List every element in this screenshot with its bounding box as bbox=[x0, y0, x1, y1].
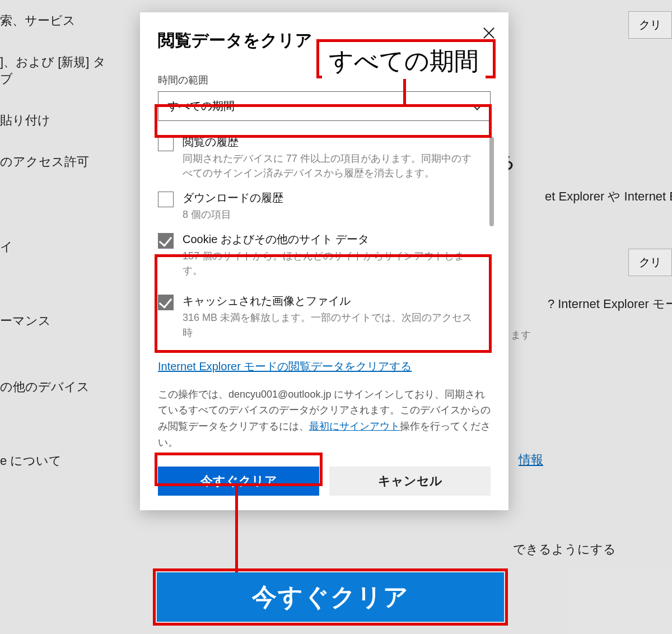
info-link[interactable]: 情報 bbox=[519, 451, 543, 468]
item-desc: 316 MB 未満を解放します。一部のサイトでは、次回のアクセス時 bbox=[183, 310, 480, 339]
bg-text: できるようにする bbox=[513, 541, 616, 558]
clear-ie-mode-link[interactable]: Internet Explorer モードの閲覧データをクリアする bbox=[158, 359, 412, 374]
settings-sidebar: 索、サービス ]、および [新規] タブ 貼り付け のアクセス許可 イ ーマンス… bbox=[0, 0, 123, 634]
list-item: キャッシュされた画像とファイル 316 MB 未満を解放します。一部のサイトでは… bbox=[158, 293, 491, 339]
sidebar-item[interactable]: イ bbox=[0, 226, 123, 268]
sign-out-first-link[interactable]: 最初にサインアウト bbox=[309, 421, 400, 432]
scrollbar[interactable] bbox=[489, 137, 494, 226]
item-title: キャッシュされた画像とファイル bbox=[183, 293, 480, 309]
callout-clear-now: 今すぐクリア bbox=[157, 572, 504, 622]
annotation-connector bbox=[403, 78, 406, 106]
list-item: 閲覧の履歴 同期されたデバイスに 77 件以上の項目があります。同期中のすべての… bbox=[158, 134, 491, 180]
clear-button-bg[interactable]: クリ bbox=[628, 249, 672, 276]
callout-time-range: すべての期間 bbox=[322, 44, 486, 79]
item-desc: 同期されたデバイスに 77 件以上の項目があります。同期中のすべてのサインイン済… bbox=[183, 151, 480, 180]
item-title: 閲覧の履歴 bbox=[183, 134, 480, 150]
clear-browsing-data-dialog: 閲覧データをクリア 時間の範囲 すべての期間 閲覧の履歴 同期されたデバイスに … bbox=[140, 12, 508, 510]
checkbox-browsing-history[interactable] bbox=[158, 136, 174, 151]
clear-now-button[interactable]: 今すぐクリア bbox=[158, 467, 319, 496]
item-desc: 157 個のサイトから。ほとんどのサイトからサインアウトします。 bbox=[183, 249, 480, 278]
list-item: ダウンロードの履歴 8 個の項目 bbox=[158, 190, 491, 222]
item-title: Cookie およびその他のサイト データ bbox=[183, 232, 480, 247]
chevron-down-icon bbox=[472, 99, 483, 110]
checkbox-cookies[interactable] bbox=[158, 233, 174, 249]
close-icon[interactable] bbox=[480, 25, 497, 41]
list-item: Cookie およびその他のサイト データ 157 個のサイトから。ほとんどのサ… bbox=[158, 232, 491, 278]
cancel-button[interactable]: キャンセル bbox=[329, 467, 491, 496]
select-value: すべての期間 bbox=[167, 99, 235, 114]
sidebar-item[interactable]: 索、サービス bbox=[0, 0, 123, 41]
sidebar-item[interactable]: ーマンス bbox=[0, 300, 123, 342]
time-range-select[interactable]: すべての期間 bbox=[158, 91, 491, 121]
item-desc: 8 個の項目 bbox=[183, 207, 283, 222]
bg-text: ? Internet Explorer モー bbox=[548, 296, 672, 313]
sidebar-item[interactable]: ]、および [新規] タブ bbox=[0, 41, 123, 100]
sidebar-item[interactable]: 貼り付け bbox=[0, 100, 123, 141]
sidebar-item[interactable]: e について bbox=[0, 440, 123, 482]
data-type-list: 閲覧の履歴 同期されたデバイスに 77 件以上の項目があります。同期中のすべての… bbox=[158, 134, 491, 340]
sidebar-item[interactable]: のアクセス許可 bbox=[0, 141, 123, 183]
sidebar-item[interactable]: の他のデバイス bbox=[0, 366, 123, 408]
checkbox-cached-images[interactable] bbox=[158, 295, 174, 310]
annotation-connector bbox=[235, 486, 238, 572]
bg-text: ます bbox=[511, 328, 531, 342]
item-title: ダウンロードの履歴 bbox=[183, 190, 283, 206]
clear-button-bg[interactable]: クリ bbox=[628, 11, 672, 39]
checkbox-download-history[interactable] bbox=[158, 192, 174, 207]
bg-text: et Explorer や Internet E bbox=[545, 188, 672, 205]
sync-warning: この操作では、dencyu001@outlook.jp にサインインしており、同… bbox=[158, 386, 491, 451]
